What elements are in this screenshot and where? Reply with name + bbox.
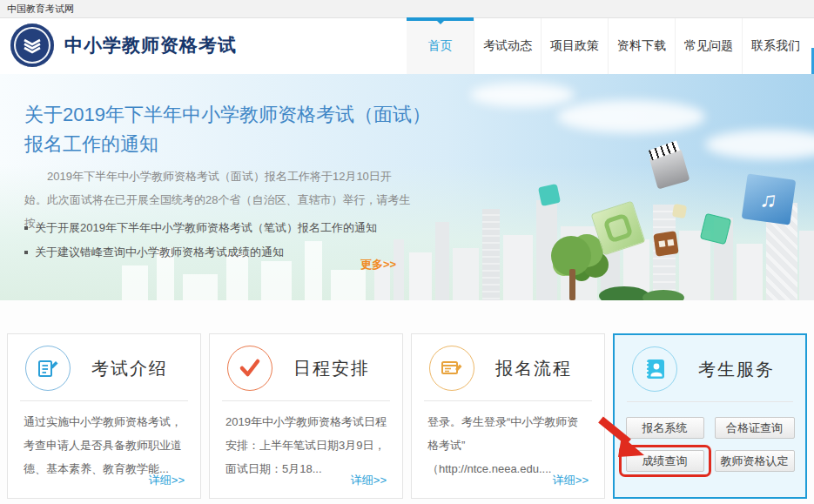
page: 中国教育考试网 中小学教师资格考试 首页 考试动态 <box>0 0 814 504</box>
notice-link-label: 关于建议错峰查询中小学教师资格考试成绩的通知 <box>35 245 284 260</box>
detail-link[interactable]: 详细>> <box>149 473 185 488</box>
card-head: 考生服务 <box>615 335 805 400</box>
card-candidate-services: 考生服务 报名系统 合格证查询 成绩查询 教师资格认定 <box>613 333 807 499</box>
notice-title-line2: 报名工作的通知 <box>24 130 460 159</box>
card-text: 登录。考生登录“中小学教师资格考试”（http://ntce.neea.edu.… <box>412 401 604 480</box>
card-title: 日程安排 <box>293 357 370 380</box>
notebook-person-icon <box>632 346 677 392</box>
logo-title: 中小学教师资格考试 <box>64 33 237 57</box>
notice-link-label: 关于开展2019年下半年中小学教师资格考试（笔试）报名工作的通知 <box>35 220 377 236</box>
tree-trunk <box>569 269 575 300</box>
notice-title[interactable]: 关于2019年下半年中小学教师资格考试（面试） 报名工作的通知 <box>24 100 460 159</box>
cube-music-note-icon: ♫ <box>742 173 797 225</box>
nav-label: 考试动态 <box>483 38 532 54</box>
feature-cards: 考试介绍 通过实施中小学教师资格考试，考查申请人是否具备教师职业道德、基本素养、… <box>7 333 807 499</box>
logo-book-icon <box>10 24 54 67</box>
document-pencil-icon <box>25 346 71 391</box>
card-registration-process: 报名流程 登录。考生登录“中小学教师资格考试”（http://ntce.neea… <box>411 333 605 499</box>
notice-link[interactable]: 关于建议错峰查询中小学教师资格考试成绩的通知 <box>24 240 416 265</box>
card-title: 考生服务 <box>698 358 775 381</box>
card-head: 报名流程 <box>412 334 604 399</box>
cloud <box>470 83 575 107</box>
active-tab-indicator <box>407 17 474 21</box>
nav-item-contact[interactable]: 联系我们 <box>742 18 809 74</box>
cloud <box>557 100 705 133</box>
notice-link[interactable]: 关于开展2019年下半年中小学教师资格考试（笔试）报名工作的通知 <box>24 216 416 240</box>
cube-teal-icon <box>538 184 561 206</box>
svc-wrap: 教师资格认定 <box>715 450 795 472</box>
card-title: 报名流程 <box>495 357 572 380</box>
nav-item-downloads[interactable]: 资料下载 <box>608 18 675 74</box>
red-arrow-annotation <box>594 415 660 466</box>
card-exam-introduction: 考试介绍 通过实施中小学教师资格考试，考查申请人是否具备教师职业道德、基本素养、… <box>7 333 201 499</box>
notice-title-line1: 关于2019年下半年中小学教师资格考试（面试） <box>24 100 460 130</box>
nav-item-exam-news[interactable]: 考试动态 <box>474 18 541 74</box>
card-head: 日程安排 <box>210 334 402 399</box>
cloud <box>705 130 814 159</box>
bullet-icon <box>24 226 28 230</box>
card-schedule: 日程安排 2019年中小学教师资格考试日程安排：上半年笔试日期3月9日，面试日期… <box>209 333 403 499</box>
card-text: 2019年中小学教师资格考试日程安排：上半年笔试日期3月9日，面试日期：5月18… <box>210 401 402 480</box>
nav-item-faq[interactable]: 常见问题 <box>675 18 742 74</box>
bullet-icon <box>24 251 28 254</box>
certificate-query-button[interactable]: 合格证查询 <box>715 417 795 439</box>
active-tab-caret <box>436 20 445 24</box>
notice-link-list: 关于开展2019年下半年中小学教师资格考试（笔试）报名工作的通知 关于建议错峰查… <box>24 216 416 265</box>
divider <box>627 401 793 402</box>
nav-label: 项目政策 <box>550 38 599 54</box>
detail-link[interactable]: 详细>> <box>351 473 387 488</box>
main-nav: 首页 考试动态 项目政策 资料下载 常见问题 联系我们 <box>407 18 809 74</box>
card-title: 考试介绍 <box>91 357 168 380</box>
checkmark-icon <box>227 346 272 391</box>
svc-wrap: 合格证查询 <box>715 417 795 439</box>
cube-brown-icon <box>653 231 678 256</box>
form-pencil-icon <box>429 346 474 391</box>
site-name: 中国教育考试网 <box>7 3 74 14</box>
detail-link[interactable]: 详细>> <box>553 473 589 488</box>
topbar: 中国教育考试网 <box>0 0 814 18</box>
nav-item-policies[interactable]: 项目政策 <box>541 18 608 74</box>
card-text: 通过实施中小学教师资格考试，考查申请人是否具备教师职业道德、基本素养、教育教学能… <box>8 401 200 480</box>
nav-label: 常见问题 <box>684 38 733 54</box>
nav-item-home[interactable]: 首页 <box>407 18 474 74</box>
site-logo[interactable]: 中小学教师资格考试 <box>10 24 237 67</box>
nav-label: 联系我们 <box>751 38 800 54</box>
nav-label: 首页 <box>428 38 453 54</box>
teacher-certification-button[interactable]: 教师资格认定 <box>715 450 795 472</box>
bush <box>642 290 684 300</box>
more-link[interactable]: 更多>> <box>360 257 396 272</box>
nav-label: 资料下载 <box>617 38 666 54</box>
card-head: 考试介绍 <box>8 334 200 399</box>
header: 中小学教师资格考试 首页 考试动态 项目政策 资料下载 常见问题 <box>0 18 814 74</box>
hero-banner: ♫ 关于2019年下半年中小学教师资格考试（面试） 报名工作的通知 2019年下… <box>0 74 814 300</box>
cube-cream-icon <box>672 204 687 218</box>
